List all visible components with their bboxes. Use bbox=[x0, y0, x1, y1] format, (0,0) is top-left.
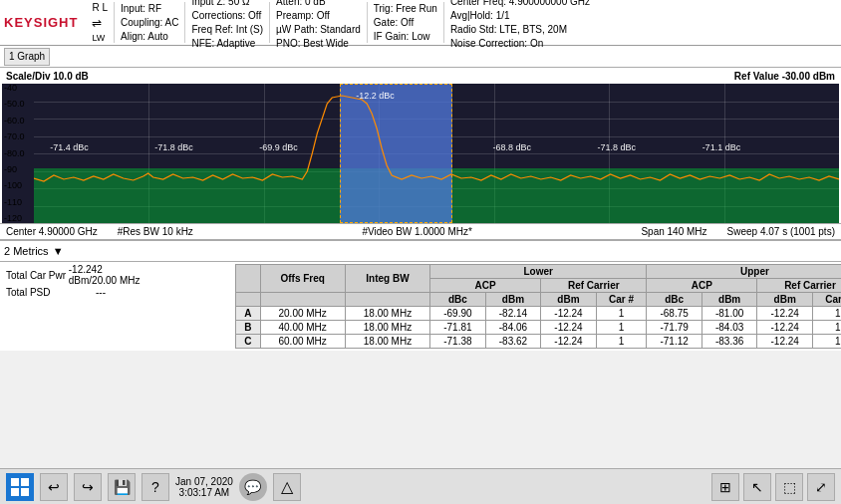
date-label: Jan 07, 20203:03:17 AM bbox=[175, 476, 233, 498]
ref-value-label: Ref Value -30.00 dBm bbox=[734, 71, 835, 82]
table-cell-0-0: A bbox=[236, 307, 260, 321]
y-label-8: -120 bbox=[4, 214, 32, 223]
table-cell-2-3: -71.38 bbox=[430, 335, 486, 349]
header-bar: KEYSIGHT R L ⇌ LW Input: RF Coupling: AC… bbox=[0, 0, 841, 46]
bottom-left-icons: ↩ ↪ 💾 ? Jan 07, 20203:03:17 AM 💬 △ bbox=[6, 473, 301, 501]
table-row-2: C60.00 MHz18.00 MHz-71.38-83.62-12.241-7… bbox=[236, 335, 841, 349]
header-col2: Input Z: 50 Ω Corrections: Off Freq Ref:… bbox=[184, 2, 269, 43]
expand-button[interactable]: ⤢ bbox=[807, 473, 835, 501]
table-cell-0-2: 18.00 MHz bbox=[345, 307, 429, 321]
graph-dropdown[interactable]: 1 Graph bbox=[4, 48, 50, 66]
h2l2: Corrections: Off bbox=[191, 9, 263, 23]
windows-icon bbox=[11, 478, 29, 496]
th-integ-bw: Integ BW bbox=[345, 265, 429, 293]
bottom-right-icons: ⊞ ↖ ⬚ ⤢ bbox=[711, 473, 835, 501]
header-arrow: ⇌ bbox=[92, 15, 108, 32]
h4l2: Gate: Off bbox=[374, 16, 437, 30]
table-cell-1-4: -84.06 bbox=[485, 321, 541, 335]
table-cell-0-5: -12.24 bbox=[541, 307, 597, 321]
h3l3: µW Path: Standard bbox=[276, 23, 361, 37]
h1l2: Coupling: AC bbox=[121, 16, 178, 30]
svg-rect-3 bbox=[21, 488, 29, 496]
sweep-label: Sweep 4.07 s (1001 pts) bbox=[727, 226, 835, 237]
metrics-values-left: Total Car Pwr -12.242 dBm/20.00 MHz Tota… bbox=[0, 262, 149, 351]
h2l3: Freq Ref: Int (S) bbox=[191, 23, 263, 37]
spectrum-container: -40 -50.0 -60.0 -70.0 -80.0 -90 -100 -11… bbox=[2, 84, 839, 223]
y-label-7: -110 bbox=[4, 198, 32, 207]
th-empty1 bbox=[236, 265, 260, 293]
center-freq-label: Center 4.90000 GHz bbox=[6, 226, 98, 237]
th-upper-ref: Ref Carrier bbox=[757, 279, 841, 293]
undo-button[interactable]: ↩ bbox=[40, 473, 68, 501]
table-cell-1-9: -12.24 bbox=[757, 321, 813, 335]
grid-button[interactable]: ⊞ bbox=[711, 473, 739, 501]
windows-logo-button[interactable] bbox=[6, 473, 34, 501]
header-lw: LW bbox=[92, 32, 108, 45]
metrics-dropdown[interactable]: 2 Metrics ▼ bbox=[4, 245, 64, 257]
graph-toolbar: 1 Graph bbox=[0, 46, 841, 68]
spectrum-plot: -71.4 dBc -71.8 dBc -69.9 dBc -12.2 dBc … bbox=[34, 84, 839, 223]
th-lower-acp: ACP bbox=[430, 279, 541, 293]
table-cell-0-4: -82.14 bbox=[485, 307, 541, 321]
th-upper-acp: ACP bbox=[647, 279, 757, 293]
y-label-4: -80.0 bbox=[4, 149, 32, 158]
th-lower: Lower bbox=[430, 265, 647, 279]
h5l1: Center Freq: 4.900000000 GHz bbox=[450, 0, 590, 9]
h2l4: NFE: Adaptive bbox=[191, 37, 263, 51]
th-sub-u-ref-dbm: dBm bbox=[757, 293, 813, 307]
h2l1: Input Z: 50 Ω bbox=[191, 0, 263, 9]
table-cell-2-2: 18.00 MHz bbox=[345, 335, 429, 349]
svg-rect-1 bbox=[21, 478, 29, 486]
th-sub-l-ref-dbm: dBm bbox=[541, 293, 597, 307]
th-sub-u-dbc: dBc bbox=[647, 293, 702, 307]
th-sub-u-car: Car # bbox=[812, 293, 841, 307]
table-cell-0-7: -68.75 bbox=[647, 307, 702, 321]
metrics-area: 2 Metrics ▼ Total Car Pwr -12.242 dBm/20… bbox=[0, 240, 841, 351]
table-cell-2-8: -83.36 bbox=[701, 335, 757, 349]
footer-right: Span 140 MHz Sweep 4.07 s (1001 pts) bbox=[641, 226, 835, 237]
table-cell-1-3: -71.81 bbox=[430, 321, 486, 335]
table-cell-1-10: 1 bbox=[812, 321, 841, 335]
scale-div-label: Scale/Div 10.0 dB bbox=[6, 71, 89, 82]
help-button[interactable]: ? bbox=[141, 473, 169, 501]
table-cell-2-7: -71.12 bbox=[647, 335, 702, 349]
warning-button[interactable]: △ bbox=[273, 473, 301, 501]
table-cell-2-6: 1 bbox=[596, 335, 647, 349]
cursor-button[interactable]: ↖ bbox=[743, 473, 771, 501]
table-cell-1-8: -84.03 bbox=[701, 321, 757, 335]
table-cell-0-8: -81.00 bbox=[701, 307, 757, 321]
zoom-button[interactable]: ⬚ bbox=[775, 473, 803, 501]
table-row-0: A20.00 MHz18.00 MHz-69.90-82.14-12.241-6… bbox=[236, 307, 841, 321]
header-rl: R L bbox=[92, 1, 108, 15]
table-cell-2-9: -12.24 bbox=[757, 335, 813, 349]
table-row-1: B40.00 MHz18.00 MHz-71.81-84.06-12.241-7… bbox=[236, 321, 841, 335]
bottom-bar: ↩ ↪ 💾 ? Jan 07, 20203:03:17 AM 💬 △ ⊞ ↖ ⬚… bbox=[0, 468, 841, 504]
h1l3: Align: Auto bbox=[121, 30, 178, 44]
th-sub-u-dbm: dBm bbox=[701, 293, 757, 307]
table-cell-0-10: 1 bbox=[812, 307, 841, 321]
redo-button[interactable]: ↪ bbox=[74, 473, 102, 501]
metric-value-0: -12.242 dBm/20.00 MHz bbox=[69, 264, 144, 286]
chat-button[interactable]: 💬 bbox=[239, 473, 267, 501]
metric-value-1: --- bbox=[96, 287, 106, 298]
table-cell-0-9: -12.24 bbox=[757, 307, 813, 321]
aclr-table: Offs Freq Integ BW Lower Upper Filter AC… bbox=[235, 264, 841, 349]
th-sub-integ bbox=[345, 293, 429, 307]
table-cell-1-2: 18.00 MHz bbox=[345, 321, 429, 335]
h5l3: Radio Std: LTE, BTS, 20M bbox=[450, 23, 590, 37]
h3l1: Atten: 0 dB bbox=[276, 0, 361, 9]
save-button[interactable]: 💾 bbox=[108, 473, 136, 501]
table-cell-1-5: -12.24 bbox=[541, 321, 597, 335]
metrics-dropdown-arrow-icon: ▼ bbox=[53, 245, 64, 257]
footer-left: Center 4.90000 GHz #Res BW 10 kHz bbox=[6, 226, 193, 237]
table-cell-0-6: 1 bbox=[596, 307, 647, 321]
header-col5: Center Freq: 4.900000000 GHz Avg|Hold: 1… bbox=[443, 2, 596, 43]
y-label-2: -60.0 bbox=[4, 117, 32, 126]
header-col3: Atten: 0 dB Preamp: Off µW Path: Standar… bbox=[269, 2, 367, 43]
graph-footer: Center 4.90000 GHz #Res BW 10 kHz #Video… bbox=[0, 223, 841, 239]
metric-label-0: Total Car Pwr bbox=[6, 270, 69, 281]
th-sub-empty bbox=[236, 293, 260, 307]
th-lower-ref: Ref Carrier bbox=[541, 279, 647, 293]
h1l1: Input: RF bbox=[121, 2, 178, 16]
th-offs-freq: Offs Freq bbox=[260, 265, 345, 293]
